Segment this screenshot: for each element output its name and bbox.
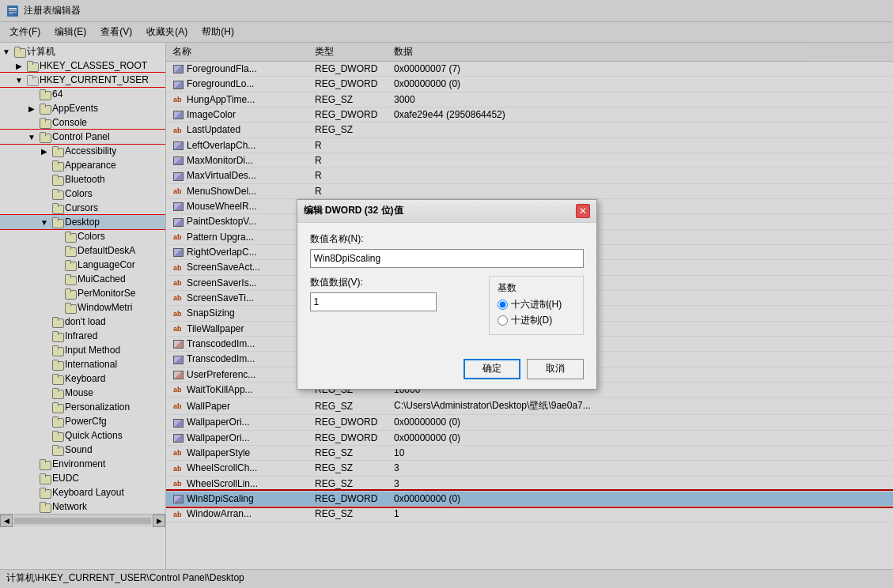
dialog-buttons: 确定 取消 — [297, 352, 596, 389]
dialog-dec-radio[interactable] — [498, 315, 508, 326]
dialog-data-col: 数值数据(V): — [310, 276, 476, 335]
dialog-overlay: 编辑 DWORD (32 位)值 ✕ 数值名称(N): 数值数据(V): 基数 … — [0, 0, 893, 586]
dialog-base-title: 基数 — [498, 281, 575, 295]
dialog-hex-label: 十六进制(H) — [511, 298, 562, 311]
dialog-data-label: 数值数据(V): — [310, 276, 476, 289]
dialog-body: 数值名称(N): 数值数据(V): 基数 十六进制(H) 十进制(D) — [297, 223, 596, 352]
dialog-titlebar: 编辑 DWORD (32 位)值 ✕ — [297, 200, 596, 223]
dialog-dec-label: 十进制(D) — [511, 314, 553, 327]
dialog-name-input[interactable] — [310, 249, 584, 268]
dialog-data-input[interactable] — [310, 292, 437, 311]
dialog-dec-radio-item[interactable]: 十进制(D) — [498, 314, 575, 327]
dialog-hex-radio-item[interactable]: 十六进制(H) — [498, 298, 575, 311]
dialog-cancel-button[interactable]: 取消 — [527, 359, 584, 379]
dialog-confirm-button[interactable]: 确定 — [464, 359, 520, 379]
dialog-base-group: 基数 十六进制(H) 十进制(D) — [489, 276, 584, 335]
dialog-data-row: 数值数据(V): 基数 十六进制(H) 十进制(D) — [310, 276, 584, 335]
dialog-hex-radio[interactable] — [498, 300, 508, 310]
dialog-title: 编辑 DWORD (32 位)值 — [304, 204, 403, 217]
dialog-close-button[interactable]: ✕ — [576, 204, 590, 218]
dialog-name-label: 数值名称(N): — [310, 232, 584, 246]
edit-dword-dialog: 编辑 DWORD (32 位)值 ✕ 数值名称(N): 数值数据(V): 基数 … — [297, 199, 597, 390]
